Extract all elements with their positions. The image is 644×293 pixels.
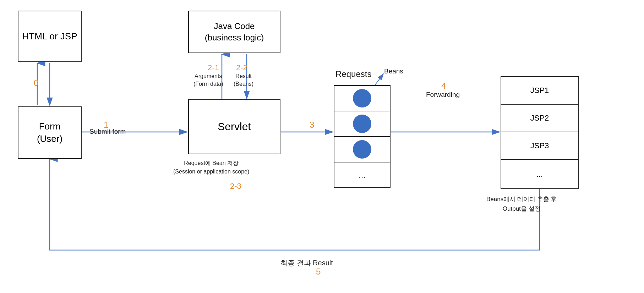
requests-row-3 xyxy=(334,137,390,162)
step-4-label: 4 xyxy=(441,81,446,91)
step-2-1-label: 2-1 xyxy=(208,63,219,72)
requests-row-ellipsis: ... xyxy=(334,162,390,188)
arguments-label: Arguments(Form data) xyxy=(193,72,223,88)
step-2-2-label: 2-2 xyxy=(236,63,247,72)
beans-label: Beans xyxy=(384,67,403,75)
html-jsp-label: HTML or JSP xyxy=(22,30,77,43)
requests-row-1 xyxy=(334,86,390,111)
step-2-3-label: 2-3 xyxy=(230,182,241,191)
jsp-sub-label: Beans에서 데이터 추출 후Output을 설정 xyxy=(486,194,557,214)
step-5-label: 5 xyxy=(316,267,321,277)
html-jsp-box: HTML or JSP xyxy=(18,11,82,62)
java-code-label: Java Code(business logic) xyxy=(205,21,264,44)
form-user-box: Form(User) xyxy=(18,106,82,159)
requests-row-2 xyxy=(334,111,390,137)
servlet-label: Servlet xyxy=(218,120,251,134)
submit-form-label: Submit form xyxy=(89,128,126,136)
jsp-row-3: JSP3 xyxy=(501,132,578,160)
jsp-row-2: JSP2 xyxy=(501,105,578,132)
servlet-sub-label: Request에 Bean 저장(Session or application … xyxy=(173,159,249,176)
step-0-label: 0 xyxy=(34,78,38,88)
servlet-box: Servlet xyxy=(188,99,280,154)
result-label: Result(Beans) xyxy=(234,72,253,88)
requests-title: Requests xyxy=(335,69,371,79)
step-3-label: 3 xyxy=(310,120,314,130)
final-result-label: 최종 결과 Result xyxy=(280,258,333,268)
dot-2 xyxy=(353,115,371,133)
java-code-box: Java Code(business logic) xyxy=(188,11,280,53)
dot-1 xyxy=(353,89,371,107)
jsp-table: JSP1 JSP2 JSP3 ... xyxy=(501,76,579,189)
requests-table: ... xyxy=(334,85,391,188)
jsp-row-ellipsis: ... xyxy=(501,160,578,189)
arrow-5 xyxy=(50,159,540,250)
forwarding-label: Forwarding xyxy=(426,91,460,99)
diagram-container: HTML or JSP Form(User) Java Code(busines… xyxy=(0,0,644,293)
dot-3 xyxy=(353,140,371,159)
jsp-row-1: JSP1 xyxy=(501,77,578,105)
form-user-label: Form(User) xyxy=(37,120,62,145)
